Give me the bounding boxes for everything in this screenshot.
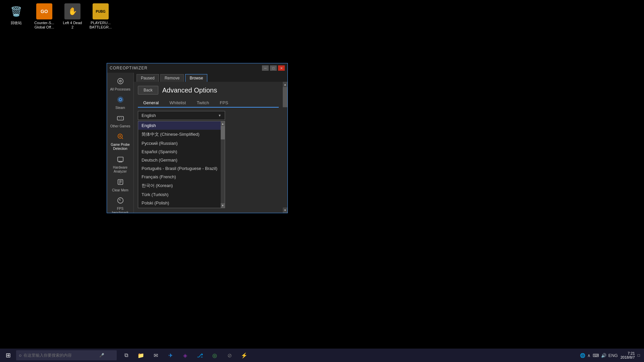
language-option-turkish[interactable]: Türk (Turkish) [138,190,221,199]
taskbar-chrome[interactable]: ◎ [208,349,221,362]
l4d2-icon: ✋ [64,3,80,19]
taskbar-source-tree[interactable]: ⎇ [193,349,207,362]
desktop-icon-recycle[interactable]: 🗑️ 回收站 [3,3,29,29]
taskbar-coreopt[interactable]: ⚡ [237,349,251,362]
pubg-icon: PUBG [93,3,109,19]
tab-remove[interactable]: Remove [160,74,184,82]
language-option-portuguese[interactable]: Português - Brasil (Portuguese - Brazil) [138,164,221,173]
sidebar-item-fps-bench[interactable]: FPSbenchmark [108,195,133,213]
sidebar: All Processes Steam Othe [107,73,134,213]
hardware-icon [117,156,124,165]
language-dropdown-wrapper: English ▼ English 简体中文 (Chinese-Simplifi… [138,111,225,120]
taskbar-app-icons: ⧉ 📁 ✉ ✈ ◈ ⎇ ◎ ⊘ ⚡ [119,349,251,362]
advanced-options-header: Back Advanced Options [138,86,279,95]
sidebar-label-clear-mem: Clear Mem [112,188,128,192]
sidebar-label-other-games: Other Games [110,124,130,128]
svg-point-1 [117,78,123,84]
sidebar-item-clear-mem[interactable]: Clear Mem [108,176,133,194]
language-option-spanish[interactable]: Español (Spanish) [138,147,221,156]
desktop-icon-csgo[interactable]: GO Counter-S... Global Off... [32,3,57,29]
back-button[interactable]: Back [138,86,158,95]
sub-tab-general[interactable]: General [138,99,164,108]
app-window: COREOPTIMIZER ─ □ ✕ All Processes [107,63,288,213]
sidebar-item-steam[interactable]: Steam [108,94,133,112]
sidebar-label-game-probe: Game ProbeDetection [111,143,130,151]
minimize-button[interactable]: ─ [262,65,269,71]
fps-bench-icon [117,197,124,206]
taskbar-email[interactable]: ✉ [149,349,162,362]
language-list-inner: English 简体中文 (Chinese-Simplified) Русски… [138,121,221,208]
tab-paused[interactable]: Paused [137,74,159,82]
sidebar-label-steam: Steam [115,106,125,110]
recycle-bin-icon: 🗑️ [8,3,24,19]
svg-rect-5 [117,157,123,162]
close-button[interactable]: ✕ [278,65,285,71]
tab-browse[interactable]: Browse [185,74,207,82]
desktop-icon-pubg[interactable]: PUBG PLAYERU... BATTLEGR... [88,3,113,29]
main-scroll-thumb [283,87,287,107]
microphone-icon: 🎤 [99,353,104,358]
main-scroll-up[interactable]: ▲ [283,82,287,87]
main-scroll-down[interactable]: ▼ [283,207,287,213]
keyboard-icon: ⌨ [593,353,599,358]
main-scroll-track [283,87,287,207]
volume-icon: 🔊 [601,353,606,358]
window-body: All Processes Steam Othe [107,73,287,213]
language-dropdown-selected[interactable]: English ▼ [138,111,225,120]
sidebar-label-hardware: HardwareAnalyzer [113,166,127,174]
taskbar-telegram[interactable]: ✈ [164,349,177,362]
taskbar: ⊞ ○ 🎤 ⧉ 📁 ✉ ✈ ◈ ⎇ ◎ ⊘ ⚡ 🌐 ∧ ⌨ 🔊 ENG 7:21… [0,349,644,362]
chevron-up-icon[interactable]: ∧ [587,353,591,358]
language-indicator: ENG [608,353,618,358]
svg-rect-3 [117,116,123,120]
language-option-english[interactable]: English [138,121,221,130]
language-selected-value: English [142,113,156,118]
search-input[interactable] [23,353,97,358]
steam-icon [117,96,124,105]
scroll-track [221,126,225,203]
sub-tab-twitch[interactable]: Twitch [191,99,214,107]
sub-tabs: General Whitelist Twitch FPS [138,99,279,108]
language-option-russian[interactable]: Русский (Russian) [138,139,221,147]
taskbar-clock: 7:21 2018/8/7 [621,351,635,359]
language-option-korean[interactable]: 한국어 (Korean) [138,181,221,190]
content-area: Back Advanced Options General Whitelist … [134,82,283,213]
taskbar-browser2[interactable]: ⊘ [223,349,236,362]
sub-tab-whitelist[interactable]: Whitelist [164,99,191,107]
language-option-polish[interactable]: Polski (Polish) [138,199,221,207]
scroll-up-arrow[interactable]: ▲ [221,121,225,126]
recycle-bin-label: 回收站 [11,21,22,25]
sidebar-item-other-games[interactable]: Other Games [108,112,133,130]
dropdown-arrow-icon: ▼ [218,114,221,117]
top-tabs: Paused Remove Browse [134,73,287,82]
title-bar: COREOPTIMIZER ─ □ ✕ [107,63,287,73]
start-button[interactable]: ⊞ [1,349,15,362]
title-bar-buttons: ─ □ ✕ [262,65,285,71]
sidebar-item-all-processes[interactable]: All Processes [108,75,133,93]
taskbar-vs[interactable]: ◈ [178,349,192,362]
language-option-thai[interactable]: ไทย (Thai) [138,207,221,208]
language-option-german[interactable]: Deutsch (German) [138,156,221,164]
svg-point-0 [119,80,121,82]
scroll-down-arrow[interactable]: ▼ [221,203,225,208]
csgo-label: Counter-S... Global Off... [34,21,54,29]
sidebar-item-game-probe[interactable]: Game ProbeDetection [108,131,133,153]
taskbar-search[interactable]: ○ 🎤 [16,350,117,360]
sidebar-label-fps-bench: FPSbenchmark [112,207,128,213]
taskbar-right: 🌐 ∧ ⌨ 🔊 ENG 7:21 2018/8/7 □ [580,351,643,359]
language-option-chinese-simplified[interactable]: 简体中文 (Chinese-Simplified) [138,130,221,139]
notification-icon[interactable]: □ [638,353,640,358]
taskbar-task-view[interactable]: ⧉ [119,349,133,362]
sidebar-item-hardware[interactable]: HardwareAnalyzer [108,154,133,176]
maximize-button[interactable]: □ [270,65,277,71]
language-option-french[interactable]: Français (French) [138,173,221,181]
game-probe-icon [117,133,124,142]
search-icon: ○ [19,353,21,358]
svg-point-2 [117,97,123,103]
taskbar-file-explorer[interactable]: 📁 [134,349,148,362]
pubg-label: PLAYERU... BATTLEGR... [90,21,112,29]
sub-tab-fps[interactable]: FPS [214,99,233,107]
desktop-icon-l4d2[interactable]: ✋ Left 4 Dead 2 [60,3,85,29]
clock-date: 2018/8/7 [621,355,635,359]
taskbar-sys-icons: 🌐 ∧ ⌨ 🔊 ENG [580,353,618,358]
